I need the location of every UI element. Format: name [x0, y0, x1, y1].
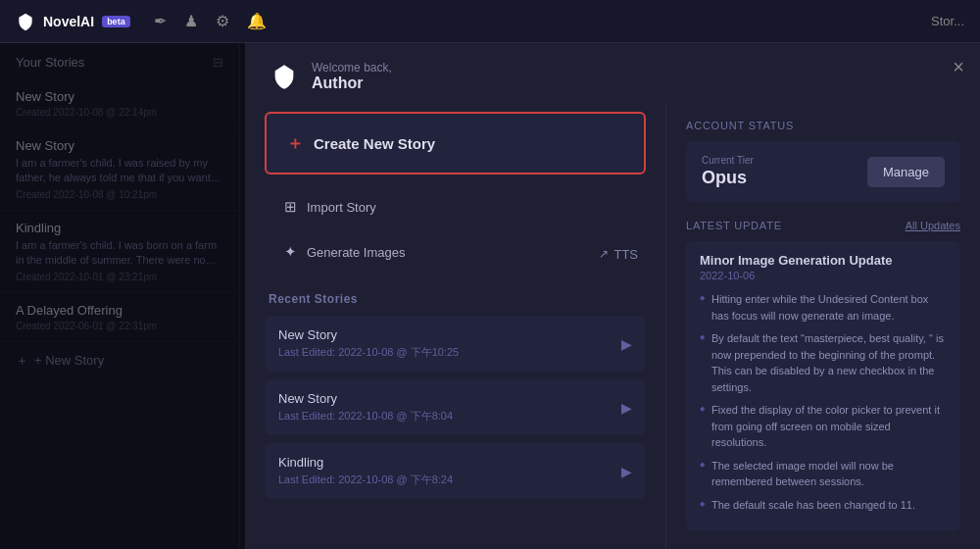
gear-icon[interactable]: ⚙: [216, 12, 229, 30]
latest-update-label: Latest Update: [686, 220, 782, 231]
import-story-button[interactable]: ⊞ Import Story: [265, 186, 646, 227]
quill-icon[interactable]: ✒: [154, 12, 167, 30]
update-date: 2022-10-06: [700, 270, 947, 281]
recent-story-date-3: Last Edited: 2022-10-08 @ 下午8:24: [278, 473, 453, 487]
logo: NovelAI beta: [16, 12, 130, 31]
username: Author: [312, 75, 392, 92]
recent-story-info-3: Kindling Last Edited: 2022-10-08 @ 下午8:2…: [278, 455, 453, 487]
recent-story-item-3[interactable]: Kindling Last Edited: 2022-10-08 @ 下午8:2…: [265, 443, 646, 499]
bell-icon[interactable]: 🔔: [247, 12, 267, 30]
modal-left-panel: ＋ Create New Story ⊞ Import Story ✦ Gene…: [245, 104, 666, 549]
beta-badge: beta: [102, 16, 130, 27]
import-story-label: Import Story: [307, 200, 376, 215]
recent-story-date-2: Last Edited: 2022-10-08 @ 下午8:04: [278, 409, 453, 424]
chevron-right-icon-2: ▶: [621, 400, 632, 416]
nav-logo-icon: [270, 63, 298, 90]
account-status-label: Account Status: [686, 120, 960, 131]
latest-update-row: Latest Update All Updates: [686, 220, 960, 231]
nav-icons: ✒ ♟ ⚙ 🔔: [154, 12, 267, 30]
create-story-label: Create New Story: [314, 135, 435, 152]
tier-label: Current Tier: [702, 155, 754, 166]
generate-images-button[interactable]: ✦ Generate Images: [265, 231, 424, 273]
logo-icon: [16, 12, 35, 31]
welcome-text: Welcome back,: [312, 61, 392, 75]
modal-logo-icon: [269, 61, 300, 92]
recent-story-title-2: New Story: [278, 391, 453, 406]
update-item-1: Hitting enter while the Undesired Conten…: [700, 291, 947, 324]
recent-story-info-1: New Story Last Edited: 2022-10-08 @ 下午10…: [278, 327, 459, 360]
create-story-button[interactable]: ＋ Create New Story: [265, 112, 646, 175]
update-title: Minor Image Generation Update: [700, 253, 947, 268]
modal-body: ＋ Create New Story ⊞ Import Story ✦ Gene…: [245, 104, 980, 549]
recent-story-item-1[interactable]: New Story Last Edited: 2022-10-08 @ 下午10…: [265, 316, 646, 372]
generate-images-label: Generate Images: [307, 245, 405, 260]
generate-row: ✦ Generate Images ↗ TTS: [265, 231, 646, 276]
tier-info: Current Tier Opus: [702, 155, 754, 188]
chevron-right-icon-3: ▶: [621, 464, 632, 479]
chevron-right-icon-1: ▶: [621, 336, 632, 352]
update-item-4: The selected image model will now be rem…: [700, 458, 947, 490]
modal-header: Welcome back, Author: [245, 43, 980, 104]
tts-label: TTS: [613, 247, 638, 262]
welcome-block: Welcome back, Author: [312, 61, 392, 92]
all-updates-link[interactable]: All Updates: [906, 220, 960, 231]
image-icon: ✦: [284, 243, 297, 261]
top-nav: NovelAI beta ✒ ♟ ⚙ 🔔 Stor...: [0, 0, 980, 43]
modal: × Welcome back, Author ＋ Create New Stor…: [245, 43, 980, 549]
recent-story-date-1: Last Edited: 2022-10-08 @ 下午10:25: [278, 345, 459, 360]
person-icon[interactable]: ♟: [184, 12, 198, 30]
update-item-3: Fixed the display of the color picker to…: [700, 402, 947, 451]
nav-stories-label: Stor...: [931, 14, 964, 28]
recent-story-info-2: New Story Last Edited: 2022-10-08 @ 下午8:…: [278, 391, 453, 424]
recent-stories-header: Recent Stories: [265, 292, 646, 306]
recent-story-item-2[interactable]: New Story Last Edited: 2022-10-08 @ 下午8:…: [265, 379, 646, 435]
import-icon: ⊞: [284, 198, 297, 216]
logo-text: NovelAI: [43, 14, 94, 29]
close-button[interactable]: ×: [953, 57, 964, 76]
tier-box: Current Tier Opus Manage: [686, 141, 960, 202]
recent-story-title-3: Kindling: [278, 455, 453, 470]
tts-button[interactable]: ↗ TTS: [591, 243, 646, 266]
update-box: Minor Image Generation Update 2022-10-06…: [686, 241, 960, 531]
tier-name: Opus: [702, 168, 754, 188]
update-item-2: By default the text "masterpiece, best q…: [700, 330, 947, 395]
manage-button[interactable]: Manage: [867, 157, 945, 187]
create-plus-icon: ＋: [286, 131, 304, 155]
update-item-5: The default scale has been changed to 11…: [700, 497, 947, 514]
update-items: Hitting enter while the Undesired Conten…: [700, 291, 947, 513]
modal-right-panel: Account Status Current Tier Opus Manage …: [666, 104, 980, 549]
external-link-icon: ↗: [599, 247, 609, 261]
recent-story-title-1: New Story: [278, 327, 459, 342]
